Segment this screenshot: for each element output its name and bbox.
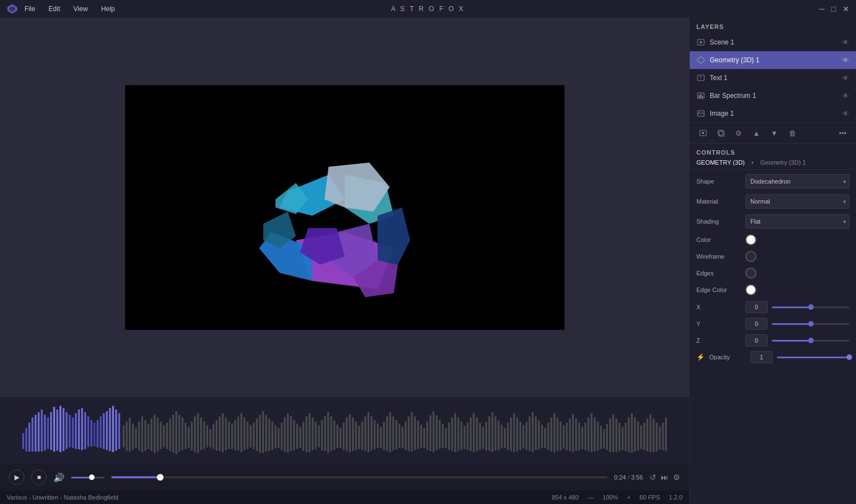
layer-item-barspectrum1[interactable]: Bar Spectrum 1 👁 — [690, 87, 856, 105]
y-slider[interactable] — [772, 323, 849, 325]
svg-rect-66 — [188, 427, 190, 448]
menu-edit[interactable]: Edit — [46, 4, 62, 14]
opacity-input[interactable] — [750, 351, 773, 363]
layer-toolbar: ⚙ ▲ ▼ 🗑 ••• — [690, 122, 856, 144]
svg-rect-169 — [507, 423, 508, 450]
scene-icon — [696, 38, 705, 47]
shape-select[interactable]: Dodecahedron Icosahedron Cube Sphere — [745, 174, 849, 189]
add-scene-button[interactable] — [696, 126, 710, 140]
svg-rect-86 — [250, 426, 251, 448]
svg-rect-76 — [219, 416, 220, 451]
y-slider-fill — [772, 323, 811, 325]
svg-rect-33 — [84, 412, 86, 449]
duplicate-layer-button[interactable] — [714, 126, 728, 140]
progress-fill — [111, 476, 161, 478]
zoom-level: 100% — [602, 494, 618, 501]
svg-rect-35 — [91, 420, 92, 446]
right-panel: LAYERS Scene 1 👁 Geometry (3D) 1 👁 T — [689, 18, 856, 504]
svg-rect-59 — [166, 423, 168, 449]
menu-file[interactable]: File — [22, 4, 37, 14]
svg-rect-125 — [370, 416, 372, 450]
x-slider-thumb — [808, 304, 814, 310]
layer-barspectrum1-eye[interactable]: 👁 — [842, 92, 849, 100]
wireframe-toggle[interactable] — [745, 251, 756, 262]
svg-rect-124 — [368, 412, 369, 452]
layer-item-text1[interactable]: T Text 1 👁 — [690, 69, 856, 87]
tab-geometry3d-instance[interactable]: Geometry (3D) 1 — [760, 159, 806, 166]
move-up-button[interactable]: ▲ — [750, 126, 763, 140]
z-input[interactable] — [745, 334, 768, 347]
edges-toggle[interactable] — [745, 268, 756, 279]
material-select[interactable]: Normal Phong Lambert — [745, 194, 849, 209]
z-label: Z — [696, 337, 741, 344]
delete-layer-button[interactable]: 🗑 — [785, 126, 799, 140]
svg-rect-189 — [569, 418, 571, 451]
minimize-button[interactable]: ─ — [819, 4, 825, 13]
tab-geometry3d[interactable]: GEOMETRY (3D) — [696, 159, 745, 166]
opacity-slider[interactable] — [777, 357, 849, 358]
maximize-button[interactable]: □ — [832, 4, 836, 13]
x-slider[interactable] — [772, 307, 849, 308]
more-options-button[interactable]: ••• — [836, 126, 849, 140]
close-button[interactable]: ✕ — [843, 4, 849, 13]
svg-rect-212 — [640, 426, 642, 449]
shape-select-wrapper: Dodecahedron Icosahedron Cube Sphere — [745, 174, 849, 189]
layer-image1-eye[interactable]: 👁 — [842, 110, 849, 118]
canvas-viewport — [125, 85, 565, 330]
layer-text1-eye[interactable]: 👁 — [842, 74, 849, 82]
fps-display: 60 FPS — [640, 494, 660, 501]
color-picker[interactable] — [745, 234, 756, 245]
svg-rect-93 — [271, 422, 273, 450]
layer-scene1-name: Scene 1 — [710, 38, 838, 46]
menu-bar[interactable]: File Edit View Help — [22, 4, 117, 14]
progress-slider[interactable] — [111, 476, 607, 478]
svg-rect-119 — [352, 417, 354, 451]
layer-geometry3d1-eye[interactable]: 👁 — [842, 56, 849, 65]
svg-rect-79 — [228, 422, 230, 449]
stop-button[interactable]: ■ — [31, 470, 47, 485]
x-slider-fill — [772, 307, 811, 308]
move-down-button[interactable]: ▼ — [768, 126, 781, 140]
transport-extra-controls[interactable]: ↺ ⏭ ⚙ — [650, 473, 680, 482]
svg-rect-215 — [650, 414, 651, 452]
forward-icon[interactable]: ⏭ — [661, 473, 669, 482]
canvas-area — [0, 18, 689, 397]
layer-item-geometry3d1[interactable]: Geometry (3D) 1 👁 — [690, 51, 856, 69]
titlebar: File Edit View Help A S T R O F O X ─ □ … — [0, 0, 856, 18]
layer-scene1-eye[interactable]: 👁 — [842, 38, 849, 47]
svg-rect-126 — [374, 420, 375, 449]
timeline-area — [0, 397, 689, 464]
svg-marker-223 — [697, 57, 704, 63]
zoom-plus[interactable]: + — [627, 494, 630, 501]
window-controls[interactable]: ─ □ ✕ — [819, 4, 849, 13]
shading-select[interactable]: Flat Smooth None — [745, 214, 849, 229]
version-display: 1.2.0 — [669, 494, 682, 501]
z-slider[interactable] — [772, 340, 849, 342]
volume-slider[interactable] — [71, 477, 105, 478]
svg-rect-67 — [191, 422, 192, 451]
play-button[interactable]: ▶ — [9, 470, 24, 485]
svg-rect-92 — [268, 418, 270, 451]
svg-rect-182 — [547, 423, 549, 450]
layer-item-image1[interactable]: Image 1 👁 — [690, 105, 856, 122]
svg-rect-234 — [718, 130, 723, 135]
volume-thumb — [89, 475, 95, 480]
canvas-dimensions: 854 x 480 — [552, 494, 578, 501]
svg-rect-115 — [340, 428, 342, 448]
menu-view[interactable]: View — [71, 4, 90, 14]
menu-help[interactable]: Help — [99, 4, 117, 14]
edges-control-row: Edges — [696, 268, 849, 279]
x-input[interactable] — [745, 301, 768, 313]
loop-icon[interactable]: ↺ — [650, 473, 656, 482]
y-input[interactable] — [745, 318, 768, 330]
layers-header: LAYERS — [690, 18, 856, 33]
settings-layer-button[interactable]: ⚙ — [732, 126, 745, 140]
app-title: A S T R O F O X — [391, 5, 465, 13]
svg-rect-24 — [56, 409, 58, 451]
layer-item-scene1[interactable]: Scene 1 👁 — [690, 33, 856, 51]
edge-color-picker[interactable] — [745, 284, 756, 295]
settings-icon[interactable]: ⚙ — [673, 473, 680, 482]
center-area: ▶ ■ 🔊 0:24 / 3:56 ↺ ⏭ ⚙ — [0, 18, 689, 504]
y-control-row: Y — [696, 318, 849, 330]
svg-rect-55 — [154, 415, 155, 453]
